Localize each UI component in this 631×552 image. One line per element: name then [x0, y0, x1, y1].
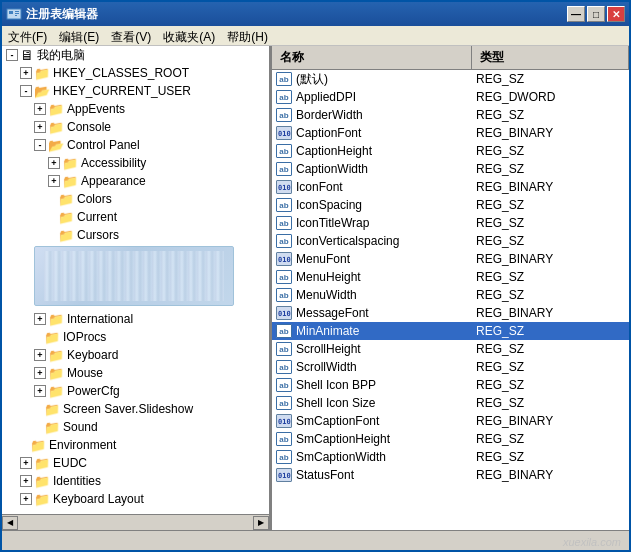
- menu-view[interactable]: 查看(V): [105, 28, 157, 43]
- tree-item-hkcu[interactable]: - 📂 HKEY_CURRENT_USER: [2, 82, 269, 100]
- list-item[interactable]: ab MenuWidth REG_SZ: [272, 286, 629, 304]
- list-item[interactable]: ab IconVerticalspacing REG_SZ: [272, 232, 629, 250]
- list-item-selected[interactable]: ab MinAnimate REG_SZ: [272, 322, 629, 340]
- expand-hkcr[interactable]: +: [20, 67, 32, 79]
- tree-item-controlpanel[interactable]: - 📂 Control Panel: [2, 136, 269, 154]
- list-cell-type: REG_BINARY: [472, 180, 629, 194]
- expand-appevents[interactable]: +: [34, 103, 46, 115]
- list-item[interactable]: 010 SmCaptionFont REG_BINARY: [272, 412, 629, 430]
- list-item[interactable]: ab Shell Icon Size REG_SZ: [272, 394, 629, 412]
- expand-console[interactable]: +: [34, 121, 46, 133]
- list-cell-type: REG_SZ: [472, 342, 629, 356]
- list-scroll[interactable]: ab (默认) REG_SZ ab AppliedDPI REG_DWORD: [272, 70, 629, 530]
- maximize-button[interactable]: □: [587, 6, 605, 22]
- list-item[interactable]: ab BorderWidth REG_SZ: [272, 106, 629, 124]
- folder-icon-accessibility: 📁: [62, 156, 78, 170]
- tree-item-hkcr[interactable]: + 📁 HKEY_CLASSES_ROOT: [2, 64, 269, 82]
- tree-item-identities[interactable]: + 📁 Identities: [2, 472, 269, 490]
- folder-icon-sound: 📁: [44, 420, 60, 434]
- list-item[interactable]: ab CaptionHeight REG_SZ: [272, 142, 629, 160]
- menu-favorites[interactable]: 收藏夹(A): [157, 28, 221, 43]
- menu-file[interactable]: 文件(F): [2, 28, 53, 43]
- list-cell-type: REG_SZ: [472, 324, 629, 338]
- tree-scroll[interactable]: - 🖥 我的电脑 + 📁 HKEY_CLASSES_ROOT - 📂 HKEY_…: [2, 46, 269, 514]
- status-bar: xuexila.com: [2, 530, 629, 550]
- list-item[interactable]: ab MenuHeight REG_SZ: [272, 268, 629, 286]
- tree-item-eudc[interactable]: + 📁 EUDC: [2, 454, 269, 472]
- list-item[interactable]: ab ScrollHeight REG_SZ: [272, 340, 629, 358]
- list-item[interactable]: ab CaptionWidth REG_SZ: [272, 160, 629, 178]
- app-icon: [6, 6, 22, 22]
- expand-appearance[interactable]: +: [48, 175, 60, 187]
- list-item[interactable]: 010 MessageFont REG_BINARY: [272, 304, 629, 322]
- list-item[interactable]: 010 CaptionFont REG_BINARY: [272, 124, 629, 142]
- list-item[interactable]: ab Shell Icon BPP REG_SZ: [272, 376, 629, 394]
- list-cell-type: REG_SZ: [472, 72, 629, 86]
- list-cell-type: REG_SZ: [472, 198, 629, 212]
- tree-item-appevents[interactable]: + 📁 AppEvents: [2, 100, 269, 118]
- tree-item-ioprocs[interactable]: 📁 IOProcs: [2, 328, 269, 346]
- tree-label-console: Console: [67, 120, 111, 134]
- list-item[interactable]: 010 IconFont REG_BINARY: [272, 178, 629, 196]
- list-cell-name: 010 StatusFont: [272, 468, 472, 482]
- tree-item-keyboardlayout[interactable]: + 📁 Keyboard Layout: [2, 490, 269, 508]
- tree-hscrollbar[interactable]: ◀ ▶: [2, 514, 269, 530]
- header-type[interactable]: 类型: [472, 46, 629, 69]
- tree-item-sound[interactable]: 📁 Sound: [2, 418, 269, 436]
- header-name[interactable]: 名称: [272, 46, 472, 69]
- tree-label-accessibility: Accessibility: [81, 156, 146, 170]
- folder-icon-international: 📁: [48, 312, 64, 326]
- list-cell-type: REG_SZ: [472, 378, 629, 392]
- close-button[interactable]: ✕: [607, 6, 625, 22]
- list-cell-type: REG_SZ: [472, 162, 629, 176]
- tree-item-mouse[interactable]: + 📁 Mouse: [2, 364, 269, 382]
- scroll-left-btn[interactable]: ◀: [2, 516, 18, 530]
- expand-mypc[interactable]: -: [6, 49, 18, 61]
- list-item[interactable]: 010 StatusFont REG_BINARY: [272, 466, 629, 484]
- expand-eudc[interactable]: +: [20, 457, 32, 469]
- list-item[interactable]: ab IconSpacing REG_SZ: [272, 196, 629, 214]
- tree-item-colors[interactable]: 📁 Colors: [2, 190, 269, 208]
- expand-hkcu[interactable]: -: [20, 85, 32, 97]
- list-item[interactable]: ab SmCaptionWidth REG_SZ: [272, 448, 629, 466]
- tree-item-appearance[interactable]: + 📁 Appearance: [2, 172, 269, 190]
- tree-label-controlpanel: Control Panel: [67, 138, 140, 152]
- expand-accessibility[interactable]: +: [48, 157, 60, 169]
- expand-controlpanel[interactable]: -: [34, 139, 46, 151]
- list-item[interactable]: ab SmCaptionHeight REG_SZ: [272, 430, 629, 448]
- folder-icon-powercfg: 📁: [48, 384, 64, 398]
- expand-keyboardlayout[interactable]: +: [20, 493, 32, 505]
- list-cell-type: REG_SZ: [472, 288, 629, 302]
- tree-item-environment[interactable]: 📁 Environment: [2, 436, 269, 454]
- tree-item-screensaver[interactable]: 📁 Screen Saver.Slideshow: [2, 400, 269, 418]
- menu-edit[interactable]: 编辑(E): [53, 28, 105, 43]
- list-item[interactable]: ab (默认) REG_SZ: [272, 70, 629, 88]
- list-item[interactable]: 010 MenuFont REG_BINARY: [272, 250, 629, 268]
- expand-international[interactable]: +: [34, 313, 46, 325]
- tree-item-international[interactable]: + 📁 International: [2, 310, 269, 328]
- scroll-right-btn[interactable]: ▶: [253, 516, 269, 530]
- tree-item-accessibility[interactable]: + 📁 Accessibility: [2, 154, 269, 172]
- list-cell-type: REG_SZ: [472, 216, 629, 230]
- tree-item-console[interactable]: + 📁 Console: [2, 118, 269, 136]
- list-item[interactable]: ab AppliedDPI REG_DWORD: [272, 88, 629, 106]
- menu-help[interactable]: 帮助(H): [221, 28, 274, 43]
- list-item[interactable]: ab ScrollWidth REG_SZ: [272, 358, 629, 376]
- list-item[interactable]: ab IconTitleWrap REG_SZ: [272, 214, 629, 232]
- folder-icon-ioprocs: 📁: [44, 330, 60, 344]
- tree-item-powercfg[interactable]: + 📁 PowerCfg: [2, 382, 269, 400]
- expand-powercfg[interactable]: +: [34, 385, 46, 397]
- tree-item-mypc[interactable]: - 🖥 我的电脑: [2, 46, 269, 64]
- list-cell-name: ab CaptionHeight: [272, 144, 472, 158]
- svg-text:010: 010: [278, 184, 291, 192]
- tree-label-powercfg: PowerCfg: [67, 384, 120, 398]
- minimize-button[interactable]: —: [567, 6, 585, 22]
- svg-rect-1: [9, 11, 13, 14]
- tree-item-keyboard[interactable]: + 📁 Keyboard: [2, 346, 269, 364]
- tree-panel: - 🖥 我的电脑 + 📁 HKEY_CLASSES_ROOT - 📂 HKEY_…: [2, 46, 272, 530]
- expand-keyboard[interactable]: +: [34, 349, 46, 361]
- expand-identities[interactable]: +: [20, 475, 32, 487]
- tree-item-current[interactable]: 📁 Current: [2, 208, 269, 226]
- expand-mouse[interactable]: +: [34, 367, 46, 379]
- tree-item-cursors[interactable]: 📁 Cursors: [2, 226, 269, 244]
